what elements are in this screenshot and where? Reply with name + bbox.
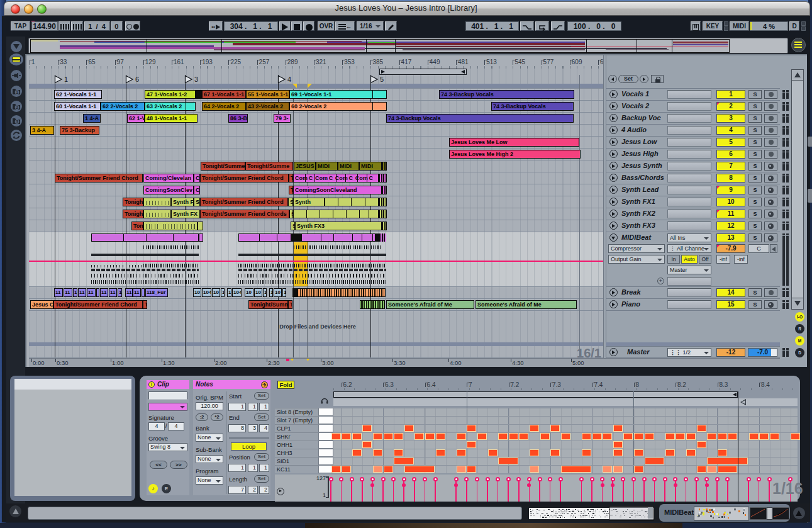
svg-text:3: 3 [16, 120, 18, 124]
svg-text:1: 1 [16, 90, 18, 94]
svg-text:2: 2 [16, 105, 18, 110]
